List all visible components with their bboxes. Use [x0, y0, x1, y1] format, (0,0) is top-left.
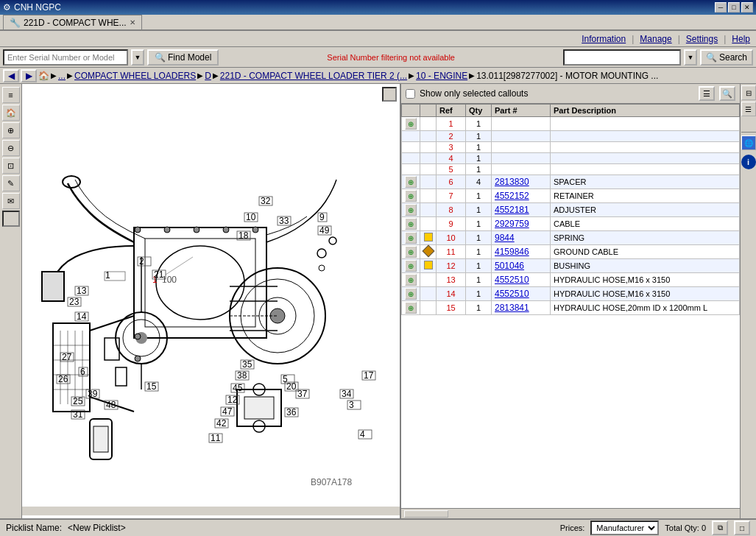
part-number-link[interactable]: 4552181: [495, 205, 529, 215]
main-tab[interactable]: 🔧 221D - COMPACT WHE... ✕: [3, 15, 142, 29]
add-to-picklist-button[interactable]: ⊕: [405, 288, 417, 300]
cell-ref: 2: [437, 131, 466, 142]
nav-back-button[interactable]: ◀: [3, 69, 19, 82]
col-add: [402, 105, 420, 117]
cell-qty: 1: [466, 131, 492, 142]
model-input[interactable]: [3, 49, 128, 66]
right-globe-icon[interactable]: 🌐: [741, 135, 756, 150]
status-expand-button[interactable]: □: [734, 521, 750, 535]
part-number-link[interactable]: 501046: [495, 261, 524, 271]
right-print-icon[interactable]: ⊟: [741, 85, 756, 100]
show-selected-checkbox[interactable]: [406, 89, 415, 99]
search-button[interactable]: 🔍 Search: [700, 49, 753, 66]
bc-item-4[interactable]: 10 - ENGINE: [416, 71, 467, 81]
cell-description: [551, 131, 740, 142]
svg-text:34: 34: [342, 389, 352, 399]
add-to-picklist-button[interactable]: ⊕: [405, 218, 417, 230]
add-to-picklist-button[interactable]: ⊕: [405, 204, 417, 216]
close-button[interactable]: ✕: [741, 2, 753, 13]
nav-forward-button[interactable]: ▶: [21, 69, 37, 82]
part-number-link[interactable]: 4552510: [495, 275, 529, 285]
parts-list-view-button[interactable]: ☰: [699, 86, 715, 101]
parts-horizontal-scrollbar[interactable]: [401, 508, 740, 518]
bc-item-3[interactable]: 221D - COMPACT WHEEL LOADER TIER 2 (...: [220, 71, 407, 81]
add-to-picklist-button[interactable]: ⊕: [405, 232, 417, 244]
svg-point-35: [135, 334, 141, 339]
sidebar-mail-icon[interactable]: ✉: [2, 193, 20, 209]
part-number-link[interactable]: 4552510: [495, 289, 529, 299]
part-number-link[interactable]: 4159846: [495, 247, 529, 257]
menu-information[interactable]: Information: [582, 34, 626, 44]
menu-manage[interactable]: Manage: [640, 34, 671, 44]
find-model-button[interactable]: 🔍 Find Model: [147, 49, 219, 66]
prices-select[interactable]: Manufacturer: [590, 521, 659, 535]
bc-home-icon[interactable]: 🏠: [38, 71, 49, 81]
cell-qty: 1: [466, 164, 492, 175]
table-row: 51: [402, 164, 740, 175]
svg-text:38: 38: [237, 370, 247, 381]
status-compare-button[interactable]: ⧉: [712, 521, 728, 535]
svg-text:1: 1: [105, 270, 110, 281]
bc-item-1[interactable]: COMPACT WHEEL LOADERS: [74, 71, 196, 81]
part-number-link[interactable]: 2929759: [495, 219, 529, 229]
svg-text:33: 33: [279, 216, 289, 226]
sidebar-panel-icon[interactable]: [2, 211, 20, 227]
svg-text:36: 36: [286, 407, 297, 417]
bc-sep-4: ▶: [409, 71, 414, 80]
sidebar-edit-icon[interactable]: ✎: [2, 175, 20, 191]
part-number-link[interactable]: 4552152: [495, 191, 529, 201]
model-dropdown-button[interactable]: ▼: [131, 49, 144, 66]
diagram-collapse-button[interactable]: [382, 87, 397, 102]
engine-diagram: 1 100 1 21 33 32 10 18 9 49: [22, 84, 400, 518]
sidebar-zoom-out-icon[interactable]: ⊖: [2, 140, 20, 156]
cell-ref: 9: [437, 217, 466, 231]
cell-qty: 1: [466, 231, 492, 245]
sidebar-menu-icon[interactable]: ≡: [2, 87, 20, 103]
svg-text:5: 5: [283, 374, 288, 384]
menu-help[interactable]: Help: [732, 34, 750, 44]
add-to-picklist-button[interactable]: ⊕: [405, 302, 417, 314]
minimize-button[interactable]: ─: [715, 2, 727, 13]
right-info-icon[interactable]: i: [741, 155, 756, 169]
tab-close-button[interactable]: ✕: [130, 18, 135, 27]
svg-text:27: 27: [62, 352, 72, 362]
status-bar: Picklist Name: <New Picklist> Prices: Ma…: [0, 518, 756, 536]
part-number-link[interactable]: 9844: [495, 233, 515, 243]
bc-item-2[interactable]: D: [205, 71, 211, 81]
bc-sep-3: ▶: [213, 71, 219, 80]
table-row: ⊕1512813841HYDRAULIC HOSE,20mm ID x 1200…: [402, 301, 740, 315]
table-row: ⊕1414552510HYDRAULIC HOSE,M16 x 3150: [402, 287, 740, 301]
cell-ref: 11: [437, 245, 466, 259]
add-to-picklist-button[interactable]: ⊕: [405, 190, 417, 202]
add-to-picklist-button[interactable]: ⊕: [405, 260, 417, 272]
part-number-link[interactable]: 2813830: [495, 177, 529, 187]
table-row: ⊕912929759CABLE: [402, 217, 740, 231]
cell-part: 4552510: [492, 273, 551, 287]
menu-settings[interactable]: Settings: [686, 34, 718, 44]
main-content: ≡ 🏠 ⊕ ⊖ ⊡ ✎ ✉: [0, 84, 756, 518]
table-row: ⊕11: [402, 117, 740, 131]
sidebar-fit-icon[interactable]: ⊡: [2, 158, 20, 174]
bc-item-0[interactable]: ...: [58, 71, 66, 81]
maximize-button[interactable]: □: [728, 2, 740, 13]
col-part: Part #: [492, 105, 551, 117]
svg-text:42: 42: [216, 418, 227, 429]
search-dropdown-button[interactable]: ▼: [684, 49, 697, 66]
diagram-scrollbar[interactable]: [22, 507, 400, 515]
cell-ref: 4: [437, 153, 466, 164]
add-to-picklist-button[interactable]: ⊕: [405, 176, 417, 188]
search-input[interactable]: [563, 49, 681, 66]
menu-sep-3: |: [724, 34, 726, 44]
part-number-link[interactable]: 2813841: [495, 303, 529, 313]
menu-sep-1: |: [632, 34, 634, 44]
add-to-picklist-button[interactable]: ⊕: [405, 246, 417, 258]
right-list-icon[interactable]: ☰: [741, 102, 756, 116]
add-to-picklist-button[interactable]: ⊕: [405, 274, 417, 286]
cell-part: [492, 131, 551, 142]
table-row: ⊕1314552510HYDRAULIC HOSE,M16 x 3150: [402, 273, 740, 287]
parts-search-button[interactable]: 🔍: [719, 86, 735, 101]
sidebar-home-icon[interactable]: 🏠: [2, 105, 20, 121]
sidebar-zoom-in-icon[interactable]: ⊕: [2, 122, 20, 138]
add-to-picklist-button[interactable]: ⊕: [405, 118, 417, 130]
svg-text:47: 47: [222, 406, 233, 417]
